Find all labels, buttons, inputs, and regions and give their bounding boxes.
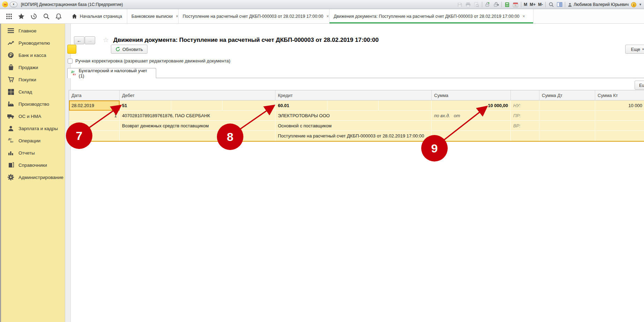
memory-m-minus-button[interactable]: M- [538,2,543,7]
cell-line-number[interactable]: 1 [69,111,120,121]
sidebar-item-manager[interactable]: Руководителю [1,38,66,48]
sidebar-item-label: Продажи [18,65,38,70]
cell-debit-analytics1[interactable]: 40702810789189761876, ПАО СБЕРБАНК [120,111,275,121]
books-icon [7,162,14,169]
cell-sum-kt[interactable]: 10 000 [595,100,644,111]
cell-sum-dt[interactable] [539,100,595,111]
cell-sum-dt[interactable] [539,111,595,121]
tab-close-icon[interactable]: × [523,14,525,19]
cell-credit-analytics3[interactable]: Поступление на расчетный счет ДКБП-00000… [275,131,432,141]
calculator-icon[interactable] [504,2,510,8]
sidebar-item-reports[interactable]: Отчеты [1,148,66,158]
back-button[interactable]: ← [74,36,84,44]
cell-debit-analytics2[interactable]: Возврат денежных средств поставщиком [120,121,275,131]
sidebar-item-administration[interactable]: Администрирование [1,172,66,182]
main-tabbar: Начальная страница Банковские выписки × … [0,9,644,24]
zoom-icon[interactable] [548,2,554,8]
sidebar-item-payroll-hr[interactable]: Зарплата и кадры [1,123,66,134]
sidebar-item-directories[interactable]: Справочники [1,160,66,170]
tab-close-icon[interactable]: × [326,14,329,19]
manual-adjustment-checkbox[interactable] [68,59,73,63]
sidebar-item-label: Производство [18,102,49,107]
more-button-table[interactable]: Ещ [635,81,644,90]
menu-grid-icon[interactable] [5,13,13,20]
sidebar-item-bank-cash[interactable]: Банк и касса [1,50,66,60]
cell-credit-analytics1[interactable]: ЭЛЕКТРОТОВАРЫ ООО [275,111,432,121]
person-icon [7,125,14,132]
search-icon[interactable] [43,13,50,20]
cell-debit-analytics3[interactable] [120,131,275,141]
shopping-bag-icon [7,64,14,71]
col-header-sum-dt[interactable]: Сумма Дт [539,90,595,100]
sidebar-item-sales[interactable]: Продажи [1,62,66,73]
cell-credit-account[interactable]: 60.01 [275,100,432,111]
get-link-icon[interactable] [485,2,491,8]
chevron-down-icon: ▾ [642,47,644,51]
sidebar-item-label: Зарплата и кадры [18,126,58,131]
col-header-tax[interactable] [511,90,539,100]
col-header-sum-kt[interactable]: Сумма Кт [595,90,644,100]
cell-tax-nu[interactable]: НУ: [511,100,539,111]
cell-credit-analytics2[interactable]: Основной с поставщиком [275,121,432,131]
sidebar-item-production[interactable]: Производство [1,99,66,109]
col-header-date[interactable]: Дата [69,90,120,100]
tab-accounting-tax[interactable]: ДтКт Бухгалтерский и налоговый учет (1) [67,68,156,78]
cell-sum-empty[interactable] [432,121,511,131]
more-button-top[interactable]: Еще ▾ [625,45,644,54]
refresh-button[interactable]: Обновить [111,45,147,54]
sidebar-item-operations[interactable]: ДтКт Операции [1,135,66,146]
sidebar-item-fixed-assets[interactable]: ОС и НМА [1,111,66,121]
memory-m-plus-button[interactable]: M+ [530,2,536,7]
sidebar-item-label: Руководителю [18,40,50,46]
cell-date[interactable]: 28.02.2019 [69,100,120,111]
save-and-close-button[interactable] [67,45,76,54]
sidebar-item-label: ОС и НМА [18,114,41,119]
cell-tax-pr[interactable]: ПР: [511,111,539,121]
cell-sum-kt[interactable] [595,121,644,131]
sections-sidebar: Главное Руководителю Банк и касса Продаж… [0,24,65,322]
current-user[interactable]: Любимов Валерий Юрьевич [568,2,629,7]
cell-sum-kt[interactable] [595,131,644,141]
refresh-label: Обновить [122,47,143,52]
history-icon[interactable] [30,13,38,20]
cell-sum[interactable]: 10 000,00 [432,100,511,111]
cell-sum-kt[interactable] [595,111,644,121]
movements-table: Дата Дебет Кредит Сумма Сумма Дт Сумма К… [69,90,644,142]
split-window-icon[interactable] [556,2,562,8]
go-to-link-icon[interactable] [493,2,499,8]
cell-sum-dt[interactable] [539,121,595,131]
manual-adjustment-label: Ручная корректировка (разрешает редактир… [75,58,230,63]
favorites-star-icon[interactable] [17,13,25,20]
main-menu-dropdown-button[interactable]: ▼ [10,2,17,7]
sidebar-item-purchases[interactable]: Покупки [1,74,66,85]
cell-sum-dt[interactable] [539,131,595,141]
tab-home[interactable]: Начальная страница [68,9,127,23]
tab-document-movements[interactable]: Движения документа: Поступление на расче… [329,9,533,23]
sidebar-item-main[interactable]: Главное [1,25,66,36]
memory-m-button[interactable]: M [524,2,527,7]
sidebar-item-label: Главное [18,28,37,33]
cell-debit-account[interactable]: 51 [120,100,275,111]
trend-chart-icon [7,39,14,46]
cell-tax-vr[interactable]: ВР: [511,121,539,131]
col-header-debit[interactable]: Дебет [120,90,275,100]
hamburger-icon [7,27,14,34]
cell-tax-empty[interactable] [511,131,539,141]
titlebar-chevron-down-icon[interactable]: ▼ [639,3,642,6]
col-header-sum[interactable]: Сумма [432,90,511,100]
col-header-credit[interactable]: Кредит [275,90,432,100]
tab-receipt-document[interactable]: Поступление на расчетный счет ДКБП-00000… [179,9,329,23]
cell-sum-note[interactable]: по вх.д. от [432,111,511,121]
calendar-icon[interactable]: 31 [513,2,518,8]
tab-close-icon[interactable]: × [176,14,178,19]
tab-bank-statements[interactable]: Банковские выписки × [127,9,179,23]
sidebar-item-label: Операции [18,138,40,143]
add-favorite-star-icon[interactable]: ☆ [103,36,109,44]
forward-button: → [85,36,95,44]
sidebar-item-warehouse[interactable]: Склад [1,87,66,97]
notifications-bell-icon[interactable] [55,13,62,20]
tab-accounting-tax-label: Бухгалтерский и налоговый учет (1) [79,68,152,78]
factory-icon [7,100,14,107]
info-icon[interactable]: i [631,2,636,7]
refresh-icon [115,47,120,52]
